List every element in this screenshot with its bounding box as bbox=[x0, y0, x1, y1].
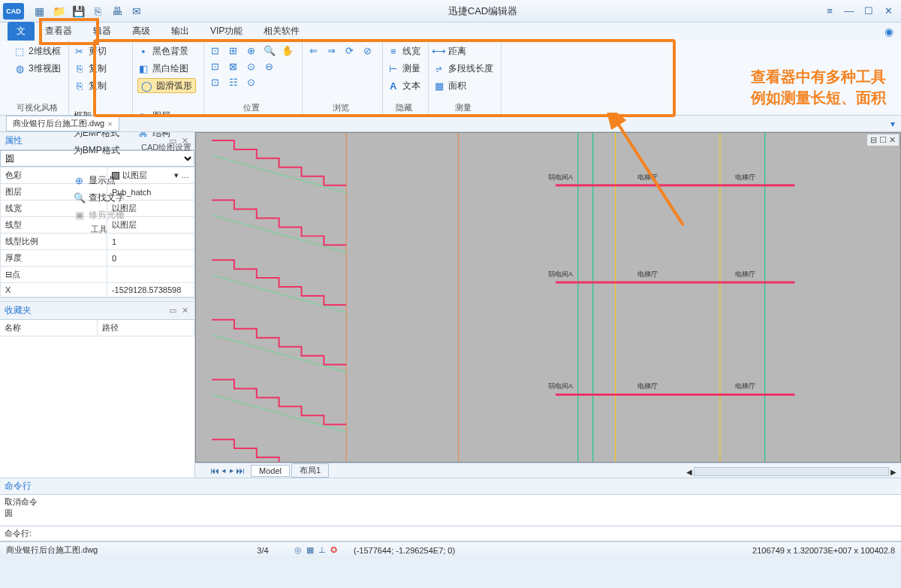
fav-col-name[interactable]: 名称 bbox=[0, 320, 98, 336]
tab-vip[interactable]: VIP功能 bbox=[200, 22, 253, 41]
tab-nav-icons[interactable]: ⏮ ◀ ▶ ⏭ bbox=[210, 466, 245, 476]
canvas-tab-layout1[interactable]: 布局1 bbox=[291, 463, 329, 478]
pos-pan-icon[interactable]: ✋ bbox=[281, 44, 294, 57]
favorites-panel: 名称 路径 bbox=[0, 320, 194, 478]
cad-drawing: 弱电间A 弱电间A 弱电间A 电梯厅 电梯厅 电梯厅 电梯厅 电梯厅 电梯厅 bbox=[196, 133, 900, 462]
pos-icon-6[interactable]: ⊡ bbox=[209, 59, 222, 73]
horizontal-scrollbar[interactable]: ◀▶ bbox=[686, 467, 896, 476]
drawing-canvas[interactable]: ⊟ ☐ ✕ bbox=[195, 132, 901, 463]
pos-icon-8[interactable]: ⊙ bbox=[245, 59, 258, 73]
pos-icon-12[interactable]: ⊙ bbox=[245, 75, 258, 89]
ribbon-group-measure: ⟷距离 ⩫多段线长度 ▦面积 测量 bbox=[429, 41, 502, 115]
help-icon[interactable]: ◉ bbox=[884, 26, 893, 38]
ribbon-group-hide: ≡线宽 ⊢测量 A文本 隐藏 bbox=[383, 41, 429, 115]
pos-icon-1[interactable]: ⊡ bbox=[209, 44, 222, 57]
btn-cut[interactable]: ✂剪切 bbox=[74, 44, 125, 59]
pos-zoom-in-icon[interactable]: ⊕ bbox=[245, 44, 258, 57]
doc-tab-dropdown-icon[interactable]: ▾ bbox=[890, 119, 895, 129]
tab-viewer[interactable]: 查看器 bbox=[35, 22, 83, 41]
command-output: 取消命令 圆 bbox=[0, 495, 901, 526]
prop-row: ⊟点 bbox=[1, 267, 194, 283]
browse-back-icon[interactable]: ⇐ bbox=[307, 44, 321, 57]
ribbon-group-pos: ⊡ ⊞ ⊕ 🔍 ✋ ⊡ ⊠ ⊙ ⊖ ⊡ ☷ ⊙ 位置 bbox=[204, 41, 303, 115]
maximize-icon[interactable]: ☐ bbox=[862, 5, 875, 18]
btn-lineweight[interactable]: ≡线宽 bbox=[387, 44, 420, 59]
svg-text:电梯厅: 电梯厅 bbox=[735, 173, 755, 181]
svg-text:弱电间A: 弱电间A bbox=[548, 382, 573, 390]
btn-distance[interactable]: ⟷距离 bbox=[433, 44, 493, 59]
status-info: 2106749 x 1.320073E+007 x 100402.8 bbox=[752, 546, 895, 555]
btn-measure-hide[interactable]: ⊢测量 bbox=[387, 61, 420, 76]
btn-copy2[interactable]: ⎘复制 bbox=[74, 78, 125, 93]
status-coords: (-1577644; -1.296254E7; 0) bbox=[354, 546, 455, 555]
btn-bw-draw[interactable]: ◧黑白绘图 bbox=[137, 61, 196, 76]
pos-icon-10[interactable]: ⊡ bbox=[209, 75, 222, 89]
browse-stop-icon[interactable]: ⊘ bbox=[361, 44, 375, 57]
btn-trim-raster: ▣修剪光栅 bbox=[74, 207, 125, 222]
tab-output[interactable]: 输出 bbox=[161, 22, 200, 41]
status-icon-3[interactable]: ⊥ bbox=[318, 545, 326, 555]
tab-editor[interactable]: 辑器 bbox=[83, 22, 122, 41]
group-label-browse: 浏览 bbox=[307, 102, 375, 113]
doc-tab-close-icon[interactable]: × bbox=[107, 119, 112, 128]
btn-text-hide[interactable]: A文本 bbox=[387, 78, 420, 93]
file-menu[interactable]: 文 bbox=[8, 22, 35, 41]
btn-bmp[interactable]: 为BMP格式 bbox=[74, 143, 125, 158]
save-icon[interactable]: 💾 bbox=[72, 5, 84, 17]
btn-show-point[interactable]: ⊕显示点 bbox=[74, 173, 125, 188]
fav-col-path[interactable]: 路径 bbox=[98, 320, 195, 336]
pos-icon-11[interactable]: ☷ bbox=[227, 75, 240, 89]
btn-copy[interactable]: ⎘复制 bbox=[74, 61, 125, 76]
group-label-pos: 位置 bbox=[209, 102, 294, 113]
print-icon[interactable]: 🖶 bbox=[111, 5, 123, 17]
collapse-icon[interactable]: ≡ bbox=[823, 5, 836, 18]
btn-3d-view[interactable]: ◍3维视图 bbox=[14, 61, 61, 76]
browse-fwd-icon[interactable]: ⇒ bbox=[325, 44, 339, 57]
browse-refresh-icon[interactable]: ⟳ bbox=[343, 44, 357, 57]
document-tab[interactable]: 商业银行后台施工图.dwg × bbox=[6, 116, 119, 131]
quick-access-toolbar: ▦ 📁 💾 ⎘ 🖶 ✉ bbox=[33, 5, 143, 17]
status-icon-4[interactable]: ✪ bbox=[330, 545, 337, 555]
btn-2d-wireframe[interactable]: ⬚2维线框 bbox=[14, 44, 61, 59]
ribbon-group-browse: ⇐ ⇒ ⟳ ⊘ 浏览 bbox=[303, 41, 383, 115]
status-file: 商业银行后台施工图.dwg bbox=[6, 544, 231, 556]
tab-related[interactable]: 相关软件 bbox=[253, 22, 310, 41]
tab-advanced[interactable]: 高级 bbox=[122, 22, 161, 41]
pos-icon-7[interactable]: ⊠ bbox=[227, 59, 240, 73]
prop-row: 厚度0 bbox=[1, 250, 194, 267]
export-icon[interactable]: ⎘ bbox=[92, 5, 104, 17]
prop-row: X-1529128.5738598 bbox=[1, 283, 194, 297]
minimize-icon[interactable]: — bbox=[842, 5, 856, 18]
status-icon-2[interactable]: ▦ bbox=[306, 545, 314, 555]
pos-zoom-icon[interactable]: 🔍 bbox=[263, 44, 276, 57]
open-icon[interactable]: 📁 bbox=[53, 5, 65, 17]
pos-zoom-out-icon[interactable]: ⊖ bbox=[263, 59, 276, 73]
document-tab-row: 商业银行后台施工图.dwg × ▾ bbox=[0, 116, 901, 132]
status-icon-1[interactable]: ◎ bbox=[294, 545, 302, 555]
canvas-window-buttons[interactable]: ⊟ ☐ ✕ bbox=[867, 134, 899, 146]
main-area: 属性 ▭ ✕ 圆 色彩以图层▾ … 图层Pub_hatch 线宽以图层 线型以图… bbox=[0, 132, 901, 478]
title-bar: CAD ▦ 📁 💾 ⎘ 🖶 ✉ 迅捷CAD编辑器 ≡ — ☐ ✕ bbox=[0, 0, 901, 23]
new-icon[interactable]: ▦ bbox=[33, 5, 45, 17]
svg-text:弱电间A: 弱电间A bbox=[548, 270, 573, 278]
app-title: 迅捷CAD编辑器 bbox=[143, 5, 823, 18]
command-title: 命令行 bbox=[0, 478, 901, 495]
canvas-wrap: ⊟ ☐ ✕ bbox=[195, 132, 901, 478]
close-icon[interactable]: ✕ bbox=[881, 5, 895, 18]
svg-text:电梯厅: 电梯厅 bbox=[637, 382, 658, 390]
group-label-measure: 测量 bbox=[433, 102, 493, 113]
btn-smooth-arc[interactable]: ◯圆滑弧形 bbox=[137, 78, 196, 93]
pos-icon-2[interactable]: ⊞ bbox=[227, 44, 240, 57]
command-input[interactable] bbox=[36, 529, 896, 538]
group-label-hide: 隐藏 bbox=[387, 102, 420, 113]
svg-text:电梯厅: 电梯厅 bbox=[637, 270, 658, 278]
btn-area[interactable]: ▦面积 bbox=[433, 78, 493, 93]
email-icon[interactable]: ✉ bbox=[131, 5, 143, 17]
app-icon: CAD bbox=[3, 3, 24, 20]
btn-find-text[interactable]: 🔍查找文字 bbox=[74, 190, 125, 205]
canvas-tab-model[interactable]: Model bbox=[251, 465, 290, 477]
group-label-cad: CAD绘图设置 bbox=[137, 142, 196, 153]
fav-panel-buttons[interactable]: ▭ ✕ bbox=[169, 306, 190, 315]
btn-polyline-len[interactable]: ⩫多段线长度 bbox=[433, 61, 493, 76]
btn-black-bg[interactable]: ▪黑色背景 bbox=[137, 44, 196, 59]
